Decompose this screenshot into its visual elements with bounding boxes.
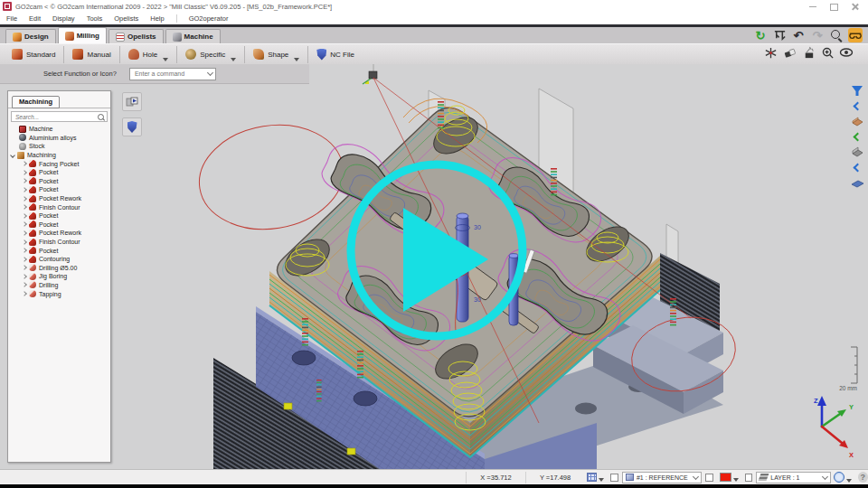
menu-display[interactable]: Display: [52, 14, 75, 23]
collapse-green-icon[interactable]: [850, 130, 864, 143]
tree-item-op[interactable]: Facing Pocket: [8, 159, 110, 168]
specific-button[interactable]: Specific: [177, 45, 244, 64]
expander-icon[interactable]: [22, 187, 27, 192]
menu-file[interactable]: File: [6, 14, 17, 23]
expander-icon[interactable]: [22, 248, 27, 253]
chevron-down-icon[interactable]: [693, 473, 699, 479]
command-combobox[interactable]: [129, 68, 216, 80]
manual-button[interactable]: Manual: [64, 45, 118, 64]
tree-item-stock[interactable]: Stock: [8, 142, 110, 151]
expander-icon[interactable]: [22, 204, 27, 210]
tree-item-op[interactable]: Pocket: [8, 185, 110, 194]
color-picker-button[interactable]: [720, 473, 739, 482]
tree-item-op[interactable]: Pocket: [8, 221, 110, 230]
tree-item-op[interactable]: Pocket Rework: [8, 229, 110, 238]
filter-icon[interactable]: [850, 84, 864, 97]
expander-icon[interactable]: [22, 283, 27, 288]
search-input[interactable]: [14, 113, 91, 121]
menu-go2operator[interactable]: GO2operator: [189, 14, 229, 23]
tree-item-op[interactable]: Pocket: [8, 177, 110, 186]
hole-button[interactable]: Hole: [120, 45, 176, 64]
tree-item-machine[interactable]: Machine: [8, 125, 110, 134]
hole-dropdown-icon[interactable]: [163, 58, 168, 61]
tab-machining-panel[interactable]: Machining: [12, 96, 60, 108]
tree-item-op[interactable]: Finish Contour: [8, 202, 110, 211]
tab-machine[interactable]: Machine: [165, 29, 221, 43]
paint-bucket-icon[interactable]: [801, 45, 816, 60]
tree-item-op[interactable]: Finish Contour: [8, 238, 110, 247]
tree-item-material[interactable]: Aluminium alloys: [8, 134, 110, 143]
chevron-down-icon[interactable]: [207, 70, 213, 76]
tree-item-op[interactable]: Pocket: [8, 246, 110, 255]
tree-item-op[interactable]: Jig Boring: [8, 272, 110, 281]
expander-icon[interactable]: [22, 196, 27, 202]
layer-checkbox[interactable]: [745, 474, 753, 482]
expander-expanded-icon[interactable]: [10, 153, 15, 158]
current-color-swatch: [720, 473, 731, 482]
expander-icon[interactable]: [22, 274, 27, 279]
expander-icon[interactable]: [22, 170, 27, 175]
grid-snap-button[interactable]: [587, 473, 604, 482]
tab-design[interactable]: Design: [5, 29, 56, 43]
eraser-icon[interactable]: [782, 45, 797, 60]
tree-search-box[interactable]: [11, 111, 108, 122]
simulation-button[interactable]: [122, 92, 142, 111]
expander-icon[interactable]: [22, 179, 27, 184]
expander-icon[interactable]: [22, 221, 27, 227]
caliper-icon[interactable]: [772, 28, 787, 42]
color-checkbox[interactable]: [705, 474, 713, 482]
tree-item-op[interactable]: Contouring: [8, 255, 110, 264]
help-button[interactable]: ?: [858, 472, 868, 483]
shape-dropdown-icon[interactable]: [294, 58, 299, 61]
menu-help[interactable]: Help: [150, 14, 164, 23]
shape-button[interactable]: Shape: [245, 45, 307, 64]
tab-milling[interactable]: Milling: [58, 27, 107, 43]
layer-icon: [759, 474, 769, 481]
zoom-icon[interactable]: [829, 28, 844, 42]
menu-opelists[interactable]: Opelists: [114, 14, 138, 23]
reference-checkbox[interactable]: [610, 474, 618, 482]
redo-icon[interactable]: ↷: [810, 28, 825, 42]
nc-shield-button[interactable]: [122, 117, 142, 136]
tab-opelists[interactable]: Opelists: [108, 29, 164, 43]
standard-button[interactable]: Standard: [4, 45, 63, 64]
tree-item-op[interactable]: Tapping: [8, 289, 110, 298]
reference-combobox[interactable]: #1 : REFERENCE: [622, 472, 702, 483]
maximize-button[interactable]: [830, 3, 838, 11]
expander-icon[interactable]: [22, 257, 27, 262]
tree-item-op[interactable]: Drilling Ø5.00: [8, 264, 110, 273]
menu-edit[interactable]: Edit: [29, 14, 41, 23]
specific-dropdown-icon[interactable]: [231, 58, 236, 61]
view-globe-button[interactable]: [834, 472, 852, 483]
part-solid-icon[interactable]: [850, 115, 864, 127]
layer-combobox[interactable]: LAYER : 1: [756, 472, 830, 483]
plane-solid-icon[interactable]: [850, 176, 864, 189]
tree-item-op[interactable]: Pocket: [8, 211, 110, 221]
minimize-button[interactable]: [809, 3, 817, 11]
tree-item-machining[interactable]: Machining: [8, 151, 110, 160]
undo-icon[interactable]: ↶: [791, 28, 806, 42]
expander-icon[interactable]: [22, 239, 27, 245]
chevron-down-icon[interactable]: [822, 473, 828, 479]
expander-icon[interactable]: [22, 161, 27, 166]
stock-solid-icon[interactable]: [850, 145, 864, 158]
refresh-icon[interactable]: ↻: [753, 28, 768, 42]
eye-icon[interactable]: [839, 45, 854, 60]
expander-icon[interactable]: [22, 265, 27, 270]
tree-item-op[interactable]: Pocket Rework: [8, 194, 110, 203]
collapse2-icon[interactable]: [850, 161, 864, 174]
close-button[interactable]: [851, 3, 859, 11]
nc-file-button[interactable]: NC File: [308, 45, 363, 64]
expander-icon[interactable]: [22, 230, 27, 236]
expander-icon[interactable]: [22, 291, 27, 296]
zoom-region-icon[interactable]: [820, 45, 835, 60]
tree-item-op[interactable]: Drilling: [8, 281, 110, 290]
viewport-3d-scene[interactable]: 30 30 20 mm Z Y X: [118, 64, 868, 469]
tree-item-op[interactable]: Pocket: [8, 168, 110, 177]
command-input[interactable]: [133, 70, 203, 78]
menu-tools[interactable]: Tools: [87, 14, 103, 23]
expander-icon[interactable]: [22, 213, 27, 219]
tool-axis-icon[interactable]: [763, 45, 778, 60]
glasses-icon[interactable]: [848, 28, 863, 42]
collapse-icon[interactable]: [850, 99, 864, 112]
